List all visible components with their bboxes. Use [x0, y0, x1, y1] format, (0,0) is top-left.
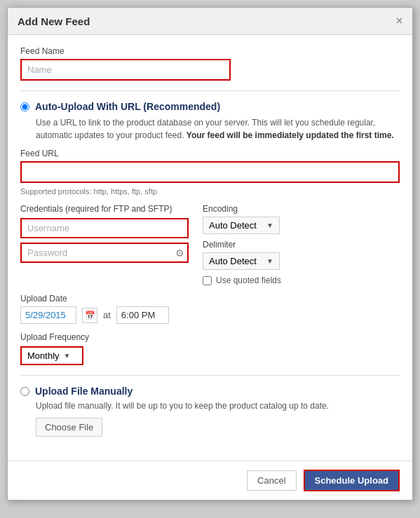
- frequency-arrow: ▼: [64, 352, 71, 360]
- supported-protocols-text: Supported protocols: http, https, ftp, s…: [20, 187, 400, 196]
- feed-name-input[interactable]: [20, 59, 231, 81]
- close-button[interactable]: ×: [396, 15, 402, 27]
- credentials-label: Credentials (required for FTP and SFTP): [20, 204, 189, 214]
- credentials-encoding-row: Credentials (required for FTP and SFTP) …: [20, 204, 400, 285]
- use-quoted-row: Use quoted fields: [203, 275, 400, 285]
- divider-2: [20, 375, 400, 376]
- manual-upload-label: Upload File Manually: [35, 386, 133, 397]
- password-icon: ⚙: [175, 247, 184, 259]
- modal-footer: Cancel Schedule Upload: [8, 461, 412, 500]
- delimiter-arrow: ▼: [266, 257, 273, 265]
- encoding-delimiter-col: Encoding Auto Detect ▼ Delimiter Auto De…: [203, 204, 400, 285]
- upload-date-group: Upload Date 📅 at: [20, 294, 400, 324]
- manual-upload-description: Upload file manually. It will be up to y…: [36, 401, 400, 411]
- add-new-feed-modal: Add New Feed × Feed Name Auto-Upload Wit…: [7, 7, 413, 500]
- feed-url-group: Feed URL: [20, 149, 400, 183]
- frequency-select[interactable]: Monthly ▼: [20, 346, 83, 365]
- calendar-icon[interactable]: 📅: [82, 308, 97, 323]
- upload-date-row: 📅 at: [20, 306, 400, 324]
- password-wrapper: ⚙: [20, 243, 189, 263]
- delimiter-label: Delimiter: [203, 240, 400, 250]
- use-quoted-label: Use quoted fields: [216, 275, 281, 285]
- auto-upload-section: Auto-Upload With URL (Recommended) Use a…: [20, 101, 400, 365]
- upload-frequency-group: Upload Frequency Monthly ▼: [20, 332, 400, 365]
- modal-header: Add New Feed ×: [8, 8, 412, 35]
- auto-upload-label: Auto-Upload With URL (Recommended): [35, 101, 220, 112]
- encoding-arrow: ▼: [266, 221, 273, 229]
- choose-file-button[interactable]: Choose File: [36, 418, 102, 437]
- schedule-upload-button[interactable]: Schedule Upload: [304, 470, 400, 491]
- divider-1: [20, 90, 400, 91]
- upload-frequency-label: Upload Frequency: [20, 332, 400, 342]
- encoding-value: Auto Detect: [209, 220, 257, 231]
- encoding-select[interactable]: Auto Detect ▼: [203, 217, 280, 234]
- cancel-button[interactable]: Cancel: [247, 470, 296, 491]
- delimiter-value: Auto Detect: [209, 256, 257, 266]
- feed-url-label: Feed URL: [20, 149, 400, 158]
- manual-upload-radio-label[interactable]: Upload File Manually: [20, 386, 400, 397]
- time-input[interactable]: [116, 306, 169, 324]
- manual-upload-section: Upload File Manually Upload file manuall…: [20, 386, 400, 437]
- date-input[interactable]: [20, 306, 76, 324]
- auto-upload-radio[interactable]: [20, 102, 29, 111]
- manual-upload-radio[interactable]: [20, 387, 29, 396]
- credentials-col: Credentials (required for FTP and SFTP) …: [20, 204, 189, 285]
- auto-upload-content: Feed URL Supported protocols: http, http…: [20, 149, 400, 365]
- encoding-label: Encoding: [203, 204, 400, 214]
- auto-upload-radio-label[interactable]: Auto-Upload With URL (Recommended): [20, 101, 400, 112]
- upload-date-label: Upload Date: [20, 294, 400, 304]
- feed-name-group: Feed Name: [20, 46, 400, 81]
- delimiter-select[interactable]: Auto Detect ▼: [203, 252, 280, 270]
- password-input[interactable]: [20, 243, 189, 263]
- modal-title: Add New Feed: [18, 15, 90, 27]
- modal-body: Feed Name Auto-Upload With URL (Recommen…: [8, 35, 412, 454]
- feed-name-label: Feed Name: [20, 46, 400, 56]
- at-text: at: [103, 310, 111, 320]
- feed-url-input[interactable]: [20, 161, 400, 183]
- frequency-value: Monthly: [27, 350, 60, 361]
- username-input[interactable]: [20, 218, 189, 238]
- auto-upload-description: Use a URL to link to the product databas…: [36, 116, 400, 142]
- use-quoted-checkbox[interactable]: [203, 276, 212, 285]
